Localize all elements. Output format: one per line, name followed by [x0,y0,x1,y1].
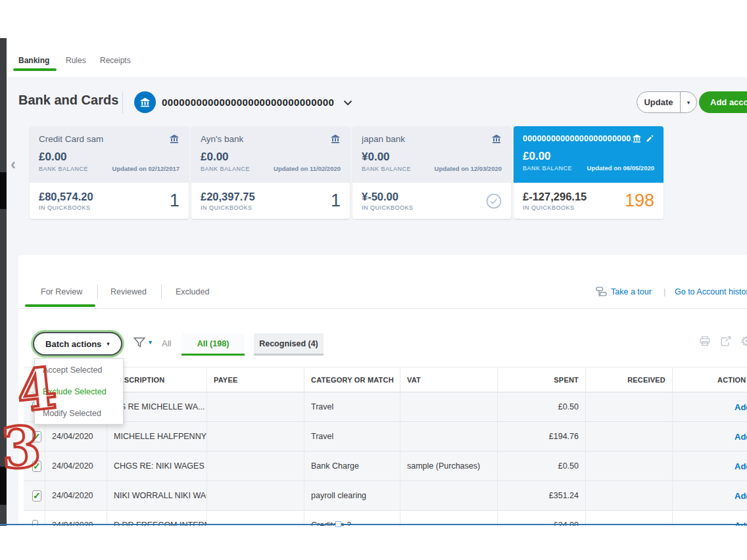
filter-funnel-icon[interactable] [133,336,146,349]
table-header-row: DATE DESCRIPTION PAYEE CATEGORY OR MATCH… [24,367,747,392]
cell-received [585,422,672,451]
go-to-account-history-link[interactable]: Go to Account history [675,287,747,296]
cell-description: MICHELLE HALFPENNY ... [107,422,206,451]
column-header-category[interactable]: CATEGORY OR MATCH [304,367,400,392]
column-header-payee[interactable]: PAYEE [206,367,304,392]
export-icon[interactable] [719,335,733,348]
cell-payee [206,422,304,451]
cell-payee [206,392,304,421]
bank-balance-amount: £0.00 [39,151,180,164]
bank-icon [632,133,642,143]
carousel-left-chevron[interactable]: ‹ [11,156,16,172]
quickbooks-amount: £80,574.20 [39,191,93,203]
active-tab-underline [13,68,57,71]
cell-payee [206,452,304,480]
row-checkbox[interactable]: ✓ [24,481,45,510]
updated-date: Updated on 11/02/2020 [274,165,341,172]
bank-icon [169,133,180,144]
filter-all-label: All [162,338,171,348]
edit-pencil-icon[interactable] [646,134,654,143]
account-card-japan-bank[interactable]: japan bank ¥0.00 BANK BALANCE Updated on… [352,126,511,219]
account-card-selected[interactable]: 00000000000000000000000... £0.00 BANK BA… [514,126,663,219]
update-button[interactable]: Update ▾ [637,91,697,113]
bank-balance-label: BANK BALANCE [39,166,88,172]
card-name: japan bank [362,134,405,144]
tabs-bottom-border [18,308,747,309]
cell-received [585,452,672,480]
quickbooks-banking-screen: Banking Rules Receipts Bank and Cards 00… [0,0,747,560]
update-dropdown-caret[interactable]: ▾ [681,99,696,106]
checkbox-tick: ✓ [33,491,41,500]
add-action-link[interactable]: Add [672,452,747,480]
bank-icon [491,133,502,144]
bank-balance-label: BANK BALANCE [523,165,572,172]
header-divider [122,91,123,114]
card-name: Credit Card sam [39,134,103,144]
add-action-link[interactable]: Add [672,422,747,451]
check-circle-icon [486,193,502,209]
slide-border-line [0,524,747,525]
bank-balance-amount: ¥0.00 [362,151,502,164]
column-header-spent[interactable]: SPENT [497,367,585,392]
take-a-tour-label: Take a tour [611,287,652,296]
account-card-ayns-bank[interactable]: Ayn's bank £0.00 BANK BALANCE Updated on… [191,126,350,219]
batch-actions-label: Batch actions [45,339,101,349]
cell-received [585,481,672,510]
add-account-button[interactable]: Add account [699,91,747,113]
tab-receipts[interactable]: Receipts [100,56,131,65]
take-a-tour-icon [595,286,608,297]
tab-for-review[interactable]: For Review [41,287,82,296]
batch-actions-button[interactable]: Batch actions ▾ [33,332,122,356]
card-name: Ayn's bank [201,134,243,144]
updated-date: Updated on 06/05/2020 [587,164,654,172]
transaction-count: 198 [625,191,654,211]
transaction-count: 1 [170,191,180,211]
tab-excluded[interactable]: Excluded [176,287,209,296]
account-card-credit-card-sam[interactable]: Credit Card sam £0.00 BANK BALANCE Updat… [30,126,189,219]
add-action-link[interactable]: Add [672,392,747,421]
cell-category: payroll clearing [304,481,400,510]
transactions-table: DATE DESCRIPTION PAYEE CATEGORY OR MATCH… [24,367,747,540]
add-action-link[interactable]: Add [672,481,747,510]
cell-vat [400,392,497,421]
active-tab-underline [25,304,95,307]
tab-divider [97,285,98,299]
cell-description: CHGS RE: NIKI WAGES [107,452,206,480]
tab-reviewed[interactable]: Reviewed [110,287,147,296]
bank-balance-label: BANK BALANCE [362,166,411,172]
cell-spent: £0.50 [497,452,585,480]
table-row: GS RE MICHELLE WA... Travel £0.50 Add [24,392,747,422]
table-row: ✓ 24/04/2020 MICHELLE HALFPENNY ... Trav… [24,422,747,452]
column-header-action: ACTION [672,367,747,392]
quickbooks-label: IN QUICKBOOKS [523,204,587,211]
add-account-label: Add account [710,97,747,107]
filter-tab-all[interactable]: All (198) [181,333,245,356]
bank-icon [134,91,156,113]
quickbooks-amount: £20,397.75 [201,191,255,203]
filter-tab-recognised[interactable]: Recognised (4) [254,333,324,356]
print-icon[interactable] [698,335,711,348]
filter-caret-icon[interactable]: ▾ [149,338,152,346]
collapsed-sidebar-segment [0,172,7,209]
annotation-step-3: 3 [0,418,43,477]
chevron-down-icon[interactable] [343,100,352,106]
table-row: ✓ 24/04/2020 CHGS RE: NIKI WAGES Bank Ch… [24,452,747,481]
column-header-received[interactable]: RECEIVED [585,367,672,392]
updated-date: Updated on 02/12/2017 [112,165,180,172]
tab-banking[interactable]: Banking [18,56,49,65]
account-selector[interactable]: 000000000000000000000000000000 [162,97,334,108]
tab-rules[interactable]: Rules [66,56,86,65]
cell-vat: sample (Purchases) [400,452,497,480]
cell-spent: £0.50 [497,392,585,421]
column-header-vat[interactable]: VAT [400,367,497,392]
quickbooks-label: IN QUICKBOOKS [201,204,255,211]
cell-spent: £194.76 [497,422,585,451]
take-a-tour-link[interactable]: Take a tour [595,286,652,297]
page-title: Bank and Cards [18,93,118,108]
quickbooks-label: IN QUICKBOOKS [362,204,414,211]
bank-icon [330,133,341,144]
caret-down-icon: ▾ [107,340,110,347]
bank-balance-amount: £0.00 [201,151,341,164]
gear-icon[interactable]: ⚙ [740,335,747,348]
quickbooks-amount: ¥-50.00 [362,191,414,203]
